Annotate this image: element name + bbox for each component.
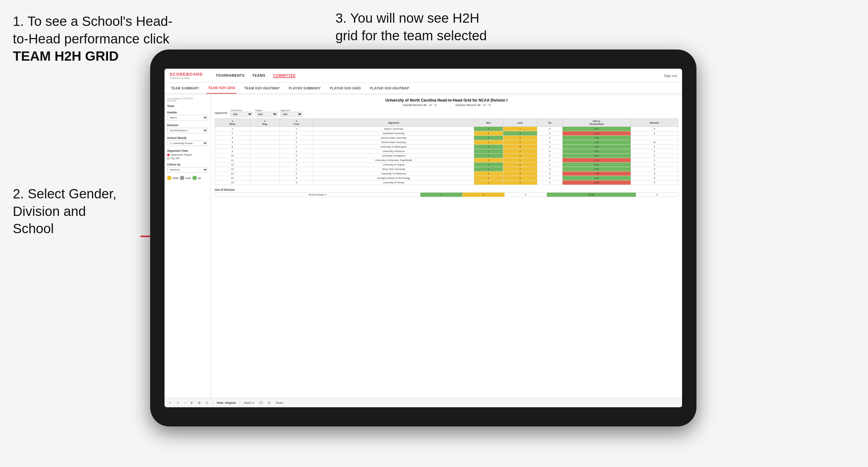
school-select[interactable]: 1. University of Nort...: [167, 141, 208, 146]
col-win: Win: [474, 119, 503, 127]
table-row: 6 2 Florida State University 1 2 0 1.83 …: [215, 140, 678, 145]
table-row: 11 6 University of Arkansas, Fayettevill…: [215, 158, 678, 163]
cell-rank: 14: [215, 172, 250, 176]
cell-conf: 3: [280, 181, 313, 185]
tab-team-summary[interactable]: TEAM SUMMARY: [169, 83, 200, 94]
colour-by-select[interactable]: Win/loss: [167, 167, 208, 173]
cell-opponent: Texas Tech University: [313, 167, 474, 172]
cell-rounds: 9: [631, 176, 678, 181]
toolbar-divider: [212, 401, 213, 405]
logo-area: SCOREBOARD Powered by clippi: [169, 72, 203, 80]
region-filter: Region (All): [255, 109, 278, 117]
back-button[interactable]: ‹: [183, 401, 187, 405]
opponents-played-radio[interactable]: Opponents Played: [167, 153, 208, 156]
cell-out-tie: 0: [504, 193, 547, 197]
col-tie: Tie: [537, 119, 562, 127]
ann2-line3: School: [13, 221, 54, 236]
tab-player-summary[interactable]: PLAYER SUMMARY: [287, 83, 322, 94]
nav-tournaments[interactable]: TOURNAMENTS: [216, 73, 245, 78]
sign-out-button[interactable]: Sign out: [664, 74, 677, 77]
cell-loss: 2: [503, 172, 537, 176]
cell-rank: 16: [215, 181, 250, 185]
cell-loss: 0: [503, 149, 537, 154]
ann3-line2: grid for the team selected: [336, 28, 487, 43]
cell-reg: [250, 167, 280, 172]
cell-loss: 4: [503, 131, 537, 136]
undo-button[interactable]: ↩: [168, 401, 173, 405]
cell-rank: 2: [215, 127, 250, 131]
cell-reg: [250, 172, 280, 176]
cell-out-loss: 0: [462, 193, 504, 197]
grid-button[interactable]: ⊞: [267, 401, 272, 405]
cell-diff: 1.83: [562, 140, 631, 145]
cell-diff: 3.67: [562, 145, 631, 149]
cell-loss: 0: [503, 163, 537, 167]
clock-button[interactable]: ⏱: [205, 401, 210, 405]
out-of-division-title: Out of division: [215, 188, 678, 191]
opponent-filter-select[interactable]: (All): [280, 112, 303, 117]
cell-conf: 2: [280, 172, 313, 176]
cell-conf: 3: [280, 149, 313, 154]
cell-reg: [250, 163, 280, 167]
col-reg: #Reg: [250, 119, 280, 127]
ann2-line2: Division and: [13, 204, 86, 219]
cell-tie: 0: [537, 131, 562, 136]
table-row: 16 3 University of Florida 1 1 0 -6.42 9: [215, 181, 678, 185]
opponent-filter: Opponent (All): [280, 109, 303, 117]
cell-conf: 2: [280, 131, 313, 136]
cell-conf: 6: [280, 158, 313, 163]
cell-win: 0: [474, 131, 503, 136]
cell-tie: 0: [537, 181, 562, 185]
cell-reg: [250, 176, 280, 181]
redo-button[interactable]: ↪: [176, 401, 181, 405]
grid-records: Overall Record: 89 - 17 - 0 Division Rec…: [215, 103, 678, 107]
tab-team-h2h-grid[interactable]: TEAM H2H GRID: [207, 83, 237, 94]
cell-diff: -2.29: [562, 131, 631, 136]
cell-opponent: University of Florida: [313, 181, 474, 185]
cell-loss: 1: [503, 176, 537, 181]
tab-player-h2h-grid[interactable]: PLAYER H2H GRID: [329, 83, 362, 94]
nav-teams[interactable]: TEAMS: [252, 73, 266, 78]
cell-rounds: 9: [631, 181, 678, 185]
top100-radio[interactable]: Top 100: [167, 157, 208, 160]
comment-button[interactable]: 💬: [258, 401, 264, 405]
cell-rounds: 9: [631, 167, 678, 172]
out-of-division: Out of division NCAA Division II 1 0 0 2…: [215, 188, 678, 197]
cell-loss: 2: [503, 140, 537, 145]
paste-button[interactable]: ⊞: [197, 401, 202, 405]
logo-text: SCOREBOARD: [169, 72, 203, 77]
cell-diff: -6.42: [562, 181, 631, 185]
conference-filter-select[interactable]: (All): [230, 112, 253, 117]
cell-conf: 1: [280, 127, 313, 131]
school-label: School (Rank): [167, 136, 208, 139]
nav-committee[interactable]: COMMITTEE: [273, 73, 296, 78]
cell-rank: 13: [215, 167, 250, 172]
color-legend: Down Level Up: [167, 176, 208, 180]
tab-team-h2h-heatmap[interactable]: TEAM H2H HEATMAP: [243, 83, 281, 94]
ann1-line1: 1. To see a School's Head-: [13, 14, 173, 29]
gender-select[interactable]: Men's: [167, 115, 208, 120]
cell-win: 3: [474, 167, 503, 172]
share-button[interactable]: Share: [274, 401, 285, 405]
cell-loss: 1: [503, 136, 537, 140]
division-select[interactable]: NCAA Division I: [167, 128, 208, 133]
copy-button[interactable]: ⊕: [189, 401, 194, 405]
table-row: 14 2 University of Oklahoma 1 2 0 -1.00 …: [215, 172, 678, 176]
col-loss: Loss: [503, 119, 537, 127]
cell-out-name: NCAA Division II: [215, 193, 421, 197]
tab-player-h2h-heatmap[interactable]: PLAYER H2H HEATMAP: [369, 83, 410, 94]
level-dot: [180, 176, 184, 180]
grid-area: University of North Carolina Head-to-Hea…: [211, 94, 682, 398]
region-filter-select[interactable]: (All): [255, 112, 278, 117]
view-original-button[interactable]: View: Original: [215, 401, 237, 405]
cell-diff: 5.56: [562, 167, 631, 172]
up-dot: [192, 176, 197, 180]
cell-diff: 2.33: [562, 163, 631, 167]
table-row: 9 3 University of Arizona 1 0 0 9.00 2: [215, 149, 678, 154]
table-row: 2 1 Auburn University 2 1 0 1.67 9: [215, 127, 678, 131]
watch-button[interactable]: Watch ▾: [243, 401, 255, 405]
cell-opponent: University of Oklahoma: [313, 172, 474, 176]
cell-reg: [250, 136, 280, 140]
cell-opponent: Georgia Institute of Technology: [313, 176, 474, 181]
filters-row: Opponents: Conference (All) Region (All): [215, 109, 678, 117]
